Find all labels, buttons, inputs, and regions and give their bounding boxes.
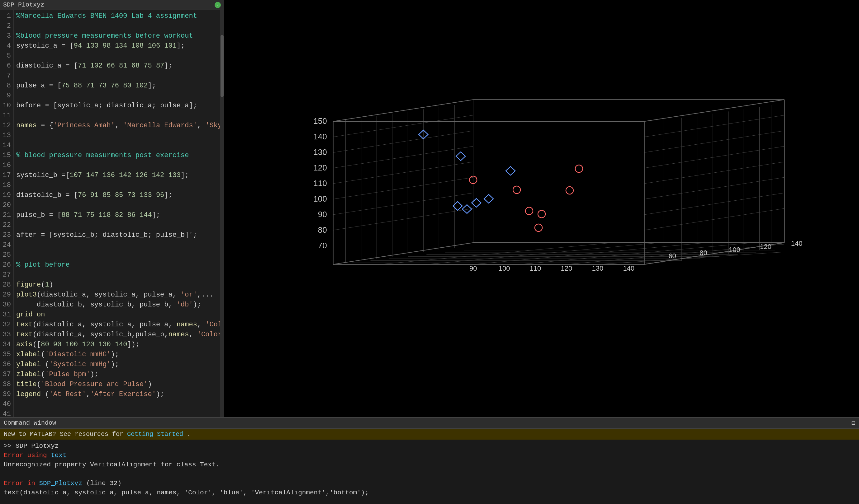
scrollbar-track[interactable] xyxy=(220,10,224,417)
plot-svg: 150 140 130 120 110 100 90 80 70 140 120… xyxy=(224,0,859,417)
command-title: Command Window xyxy=(4,420,56,427)
code-line-31: grid on xyxy=(16,310,218,320)
cmd-prompt-1: >> SDP_Plotxyz xyxy=(4,442,59,450)
editor-filename: SDP_Plotxyz xyxy=(3,1,44,9)
check-icon: ✓ xyxy=(215,2,221,8)
getting-started-period: . xyxy=(187,430,191,438)
getting-started-bar: New to MATLAB? See resources for Getting… xyxy=(0,429,859,440)
code-line-29: plot3(diastolic_a, systolic_a, pulse_a, … xyxy=(16,290,218,300)
editor-content: 1234567891011121314151617181920212223242… xyxy=(0,10,224,417)
svg-text:140: 140 xyxy=(623,265,634,272)
code-line-32: text(diastolic_a, systolic_a, pulse_a, n… xyxy=(16,320,218,330)
code-line-39: legend ('At Rest','After Exercise'); xyxy=(16,390,218,399)
code-line-8: pulse_a = [75 88 71 73 76 80 102]; xyxy=(16,81,218,91)
editor-header: SDP_Plotxyz ✓ xyxy=(0,0,224,10)
cmd-error-prefix: Error using xyxy=(4,452,51,459)
code-line-18 xyxy=(16,180,218,190)
cmd-line-4 xyxy=(4,470,855,479)
code-line-19: diastolic_b = [76 91 85 85 73 133 96]; xyxy=(16,190,218,200)
cmd-error-code: text(diastolic_a, systolic_a, pulse_a, n… xyxy=(4,489,369,496)
plot-panel: 150 140 130 120 110 100 90 80 70 140 120… xyxy=(224,0,859,417)
code-line-16 xyxy=(16,160,218,171)
code-line-21: pulse_b = [88 71 75 118 82 86 144]; xyxy=(16,210,218,220)
code-line-38: title('Blood Pressure and Pulse') xyxy=(16,380,218,390)
editor-panel: SDP_Plotxyz ✓ 12345678910111213141516171… xyxy=(0,0,224,417)
code-line-40 xyxy=(16,399,218,409)
code-line-22 xyxy=(16,220,218,230)
getting-started-link[interactable]: Getting Started xyxy=(127,430,183,438)
svg-text:130: 130 xyxy=(592,265,603,272)
command-output[interactable]: >> SDP_Plotxyz Error using text Unrecogn… xyxy=(0,440,859,504)
command-title-bar: Command Window ⊟ xyxy=(0,418,859,429)
getting-started-text: New to MATLAB? See resources for xyxy=(4,430,127,438)
svg-text:100: 100 xyxy=(313,194,327,203)
cmd-sdp-link[interactable]: SDP_Plotxyz xyxy=(39,480,82,487)
code-line-5 xyxy=(16,51,218,61)
code-line-10: before = [systolic_a; diastolic_a; pulse… xyxy=(16,101,218,111)
main-area: SDP_Plotxyz ✓ 12345678910111213141516171… xyxy=(0,0,859,417)
code-line-28: figure(1) xyxy=(16,280,218,290)
code-line-7 xyxy=(16,71,218,81)
code-line-3: %blood pressure measurements before work… xyxy=(16,31,218,41)
svg-text:140: 140 xyxy=(313,132,327,141)
code-line-33: text(diastolic_a, systolic_b,pulse_b,nam… xyxy=(16,330,218,340)
svg-text:120: 120 xyxy=(760,243,771,250)
cmd-error-in: Error in xyxy=(4,480,39,487)
code-line-13 xyxy=(16,131,218,141)
svg-text:80: 80 xyxy=(318,225,327,235)
code-line-25 xyxy=(16,250,218,260)
code-line-26: % plot before xyxy=(16,260,218,270)
code-line-2 xyxy=(16,21,218,31)
cmd-line-1: >> SDP_Plotxyz xyxy=(4,441,855,451)
cmd-line-num: (line 32) xyxy=(82,480,121,487)
svg-text:60: 60 xyxy=(668,252,676,260)
code-line-12: names = {'Princess Amah', 'Marcella Edwa… xyxy=(16,121,218,131)
code-line-20 xyxy=(16,200,218,210)
code-line-15: % blood pressure measurments post exerci… xyxy=(16,151,218,160)
cmd-text-link[interactable]: text xyxy=(51,452,66,459)
line-numbers: 1234567891011121314151617181920212223242… xyxy=(0,10,14,417)
svg-text:120: 120 xyxy=(313,163,327,172)
code-line-35: xlabel('Diastolic mmHG'); xyxy=(16,350,218,360)
code-line-17: systolic_b =[107 147 136 142 126 142 133… xyxy=(16,171,218,180)
scrollbar-thumb[interactable] xyxy=(221,35,224,97)
code-line-24 xyxy=(16,240,218,250)
svg-text:100: 100 xyxy=(729,246,740,254)
cmd-line-6: text(diastolic_a, systolic_a, pulse_a, n… xyxy=(4,488,855,498)
cmd-line-5: Error in SDP_Plotxyz (line 32) xyxy=(4,479,855,488)
code-line-11 xyxy=(16,111,218,121)
svg-text:90: 90 xyxy=(469,265,477,272)
svg-text:150: 150 xyxy=(313,116,327,126)
code-line-23: after = [systolic_b; diastolic_b; pulse_… xyxy=(16,230,218,240)
code-line-27 xyxy=(16,270,218,280)
cmd-line-2: Error using text xyxy=(4,451,855,460)
svg-text:80: 80 xyxy=(699,249,707,257)
svg-text:140: 140 xyxy=(791,239,803,247)
code-line-4: systolic_a = [94 133 98 134 108 106 101]… xyxy=(16,41,218,51)
cmd-line-7 xyxy=(4,498,855,504)
svg-text:100: 100 xyxy=(499,265,510,272)
command-window: Command Window ⊟ New to MATLAB? See reso… xyxy=(0,417,859,504)
code-line-1: %Marcella Edwards BMEN 1400 Lab 4 assign… xyxy=(16,11,218,21)
svg-text:110: 110 xyxy=(530,265,541,272)
svg-text:130: 130 xyxy=(313,147,327,157)
code-area[interactable]: %Marcella Edwards BMEN 1400 Lab 4 assign… xyxy=(14,10,220,417)
code-line-14 xyxy=(16,141,218,151)
code-line-6: diastolic_a = [71 102 66 81 68 75 87]; xyxy=(16,61,218,71)
svg-text:110: 110 xyxy=(313,178,327,188)
code-line-9 xyxy=(16,91,218,101)
svg-text:70: 70 xyxy=(318,241,327,250)
svg-text:90: 90 xyxy=(318,210,327,219)
code-line-34: axis([80 90 100 120 130 140]); xyxy=(16,340,218,350)
svg-text:120: 120 xyxy=(561,265,572,272)
cmd-line-3: Unrecognized property VeritcalAlignment … xyxy=(4,460,855,470)
minimize-icon[interactable]: ⊟ xyxy=(852,419,855,427)
code-line-36: ylabel ('Systolic mmHg'); xyxy=(16,360,218,369)
code-line-37: zlabel('Pulse bpm'); xyxy=(16,369,218,380)
code-line-41 xyxy=(16,409,218,417)
cmd-unrecognized: Unrecognized property VeritcalAlignment … xyxy=(4,461,220,468)
code-line-30: diastolic_b, systolic_b, pulse_b, 'db'); xyxy=(16,300,218,310)
